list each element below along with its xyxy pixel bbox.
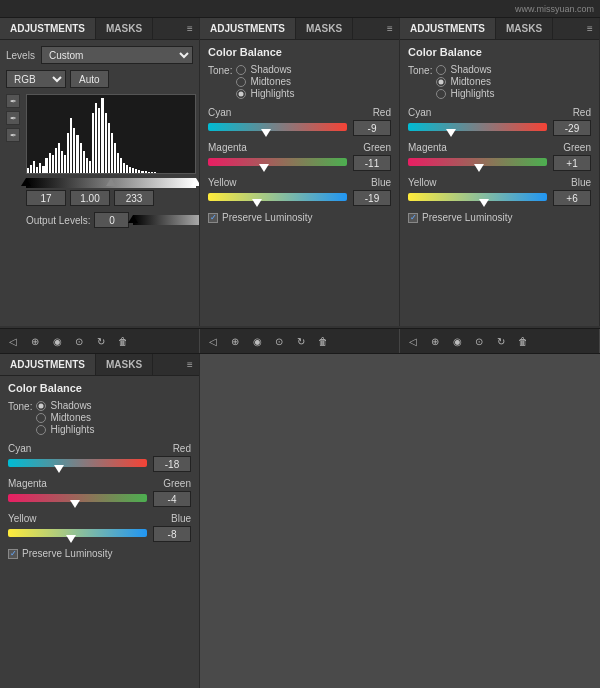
panel2-highlights-radio[interactable] bbox=[236, 89, 246, 99]
panel2-yellow-blue-value[interactable] bbox=[353, 190, 391, 206]
levels-preset-dropdown[interactable]: Custom bbox=[41, 46, 193, 64]
output-slider[interactable] bbox=[133, 215, 200, 225]
panel3-magenta-green-track[interactable] bbox=[408, 158, 547, 166]
histogram-area: 17 1.00 233 Output Levels: 0 255 bbox=[26, 94, 200, 228]
panel3-cyan-red-track[interactable] bbox=[408, 123, 547, 131]
white-point-tool[interactable]: ✒ bbox=[6, 128, 20, 142]
panel3-yellow-blue-value[interactable] bbox=[553, 190, 591, 206]
panel2-cyan-red-thumb[interactable] bbox=[261, 129, 271, 137]
panel2-yellow-blue-track[interactable] bbox=[208, 193, 347, 201]
panel4-highlights-radio[interactable] bbox=[36, 425, 46, 435]
toolbar-icon-back2[interactable]: ◁ bbox=[204, 332, 222, 350]
panel2-midtones-radio[interactable] bbox=[236, 77, 246, 87]
panel3-highlights[interactable]: Highlights bbox=[436, 88, 494, 99]
panel2-cyan-red-value[interactable] bbox=[353, 120, 391, 136]
panel1-content: Levels Custom RGB Red Green Blue Auto ✒ … bbox=[0, 40, 199, 326]
panel4-preserve-checkbox[interactable]: ✓ bbox=[8, 549, 18, 559]
toolbar-icon-eye3[interactable]: ◉ bbox=[448, 332, 466, 350]
toolbar-icon-back3[interactable]: ◁ bbox=[404, 332, 422, 350]
panel4-cyan-red-track[interactable] bbox=[8, 459, 147, 467]
mid-input-thumb[interactable] bbox=[106, 178, 116, 186]
gray-point-tool[interactable]: ✒ bbox=[6, 111, 20, 125]
toolbar-icon-refresh2[interactable]: ↻ bbox=[292, 332, 310, 350]
panel2-shadows-radio[interactable] bbox=[236, 65, 246, 75]
panel3-yellow-blue-track[interactable] bbox=[408, 193, 547, 201]
panel3-cyan-red-value[interactable] bbox=[553, 120, 591, 136]
panel3-preserve-label: Preserve Luminosity bbox=[422, 212, 513, 223]
panel4-magenta-green-value[interactable] bbox=[153, 491, 191, 507]
panel4-yellow-blue-thumb[interactable] bbox=[66, 535, 76, 543]
toolbar-icon-link2[interactable]: ⊙ bbox=[270, 332, 288, 350]
panel3-midtones-radio[interactable] bbox=[436, 77, 446, 87]
panel4-shadows-radio[interactable] bbox=[36, 401, 46, 411]
panel1-tab-masks[interactable]: MASKS bbox=[96, 18, 153, 39]
panel2-tab-masks[interactable]: MASKS bbox=[296, 18, 353, 39]
panel4-shadows[interactable]: Shadows bbox=[36, 400, 94, 411]
panel4-tab-masks[interactable]: MASKS bbox=[96, 354, 153, 375]
panel1-tab-adjustments[interactable]: ADJUSTMENTS bbox=[0, 18, 96, 39]
panel3-midtones[interactable]: Midtones bbox=[436, 76, 494, 87]
panel4-yellow-blue-value[interactable] bbox=[153, 526, 191, 542]
input-slider[interactable] bbox=[26, 178, 196, 188]
panel3-preserve-checkbox[interactable]: ✓ bbox=[408, 213, 418, 223]
mid-input-value[interactable]: 1.00 bbox=[70, 190, 110, 206]
toolbar-icon-eye2[interactable]: ◉ bbox=[248, 332, 266, 350]
panel4-cyan-red-value[interactable] bbox=[153, 456, 191, 472]
toolbar-icon-del2[interactable]: 🗑 bbox=[314, 332, 332, 350]
panel3-tab-masks[interactable]: MASKS bbox=[496, 18, 553, 39]
black-input-thumb[interactable] bbox=[21, 178, 31, 186]
panel3-shadows-radio[interactable] bbox=[436, 65, 446, 75]
panel2-highlights[interactable]: Highlights bbox=[236, 88, 294, 99]
panel3-highlights-radio[interactable] bbox=[436, 89, 446, 99]
panel2-content: Color Balance Tone: Shadows Midtones bbox=[200, 40, 399, 229]
output-black[interactable]: 0 bbox=[94, 212, 129, 228]
panel4-midtones[interactable]: Midtones bbox=[36, 412, 94, 423]
panel4-magenta-green-track[interactable] bbox=[8, 494, 147, 502]
toolbar-icon-link3[interactable]: ⊙ bbox=[470, 332, 488, 350]
panel4-menu-btn[interactable]: ≡ bbox=[181, 354, 199, 375]
toolbar-icon-del3[interactable]: 🗑 bbox=[514, 332, 532, 350]
toolbar-icon-add2[interactable]: ⊕ bbox=[226, 332, 244, 350]
input-values-row: 17 1.00 233 bbox=[26, 190, 200, 206]
panel3-cyan-red-thumb[interactable] bbox=[446, 129, 456, 137]
toolbar-icon-refresh3[interactable]: ↻ bbox=[492, 332, 510, 350]
panel2-preserve-checkbox[interactable]: ✓ bbox=[208, 213, 218, 223]
panel3-magenta-green-thumb[interactable] bbox=[474, 164, 484, 172]
panel3-shadows[interactable]: Shadows bbox=[436, 64, 494, 75]
white-input-thumb[interactable] bbox=[191, 178, 200, 186]
panel2-magenta-green-thumb[interactable] bbox=[259, 164, 269, 172]
channel-dropdown[interactable]: RGB Red Green Blue bbox=[6, 70, 66, 88]
panel3-menu-btn[interactable]: ≡ bbox=[581, 18, 599, 39]
black-input-value[interactable]: 17 bbox=[26, 190, 66, 206]
toolbar-icon-back[interactable]: ◁ bbox=[4, 332, 22, 350]
panel1-menu-btn[interactable]: ≡ bbox=[181, 18, 199, 39]
panel2-menu-btn[interactable]: ≡ bbox=[381, 18, 399, 39]
output-black-thumb[interactable] bbox=[128, 215, 138, 223]
panel2-magenta-green-value[interactable] bbox=[353, 155, 391, 171]
black-point-tool[interactable]: ✒ bbox=[6, 94, 20, 108]
toolbar-icon-refresh1[interactable]: ↻ bbox=[92, 332, 110, 350]
panel2-cyan-red-track[interactable] bbox=[208, 123, 347, 131]
panel3-tab-adjustments[interactable]: ADJUSTMENTS bbox=[400, 18, 496, 39]
toolbar-icon-add3[interactable]: ⊕ bbox=[426, 332, 444, 350]
panel2-tab-adjustments[interactable]: ADJUSTMENTS bbox=[200, 18, 296, 39]
panel4-cyan-red-thumb[interactable] bbox=[54, 465, 64, 473]
panel2-shadows[interactable]: Shadows bbox=[236, 64, 294, 75]
panel4-yellow-blue-track[interactable] bbox=[8, 529, 147, 537]
panel3-magenta-green-value[interactable] bbox=[553, 155, 591, 171]
panel4-highlights[interactable]: Highlights bbox=[36, 424, 94, 435]
panel3-yellow-blue-thumb[interactable] bbox=[479, 199, 489, 207]
panel4-magenta-green-thumb[interactable] bbox=[70, 500, 80, 508]
toolbar-icon-add1[interactable]: ⊕ bbox=[26, 332, 44, 350]
panel3-tabs: ADJUSTMENTS MASKS ≡ bbox=[400, 18, 599, 40]
white-input-value[interactable]: 233 bbox=[114, 190, 154, 206]
panel2-yellow-blue-thumb[interactable] bbox=[252, 199, 262, 207]
panel2-midtones[interactable]: Midtones bbox=[236, 76, 294, 87]
auto-button[interactable]: Auto bbox=[70, 70, 109, 88]
toolbar-icon-link1[interactable]: ⊙ bbox=[70, 332, 88, 350]
panel2-magenta-green-track[interactable] bbox=[208, 158, 347, 166]
panel4-midtones-radio[interactable] bbox=[36, 413, 46, 423]
toolbar-icon-eye1[interactable]: ◉ bbox=[48, 332, 66, 350]
panel4-tab-adjustments[interactable]: ADJUSTMENTS bbox=[0, 354, 96, 375]
toolbar-icon-del1[interactable]: 🗑 bbox=[114, 332, 132, 350]
